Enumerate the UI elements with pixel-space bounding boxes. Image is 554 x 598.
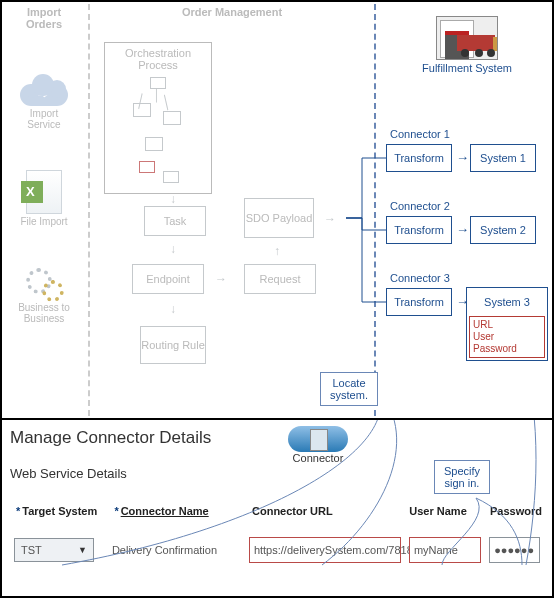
endpoint-box: Endpoint [132,264,204,294]
divider-1 [88,4,90,416]
col-connector-url: Connector URL [246,501,403,521]
b2b-icon: Business to Business [16,266,72,324]
connector-icon: Connector [280,426,356,464]
note-locate: Locate system. [320,372,378,406]
user-name-input[interactable]: myName [409,537,481,563]
table-row: TST ▼ Delivery Confirmation https://deli… [10,535,544,565]
sys3-password: Password [473,343,541,355]
connector-1-label: Connector 1 [390,128,450,140]
connector-2-label: Connector 2 [390,200,450,212]
routing-box: Routing Rule [140,326,206,364]
sys3-url: URL [473,319,541,331]
header-order-management: Order Management [162,6,302,18]
note-specify: Specify sign in. [434,460,490,494]
orchestration-process-box: Orchestration Process │ ╲ ╱ [104,42,212,194]
header-import-orders: Import Orders [14,6,74,30]
system-2: System 2 [470,216,536,244]
architecture-diagram: Import Orders Order Management ⇆ Import … [2,2,552,420]
col-connector-name[interactable]: Connector Name [121,505,209,517]
transform-1: Transform [386,144,452,172]
table-header: *Target System *Connector Name Connector… [10,501,544,521]
details-panel: Manage Connector Details Web Service Det… [2,420,552,596]
system-3-box: System 3 URL User Password [466,287,548,361]
chevron-down-icon: ▼ [78,545,87,555]
transform-3: Transform [386,288,452,316]
connector-3-label: Connector 3 [390,272,450,284]
sdo-box: SDO Payload [244,198,314,238]
target-system-value: TST [21,544,42,556]
system-1: System 1 [470,144,536,172]
col-password: Password [484,501,544,521]
connector-url-input[interactable]: https://deliverySystem.com/7818. [249,537,401,563]
system-3-label: System 3 [467,288,547,316]
col-user-name: User Name [403,501,484,521]
connector-name-value: Delivery Confirmation [108,542,245,558]
request-box: Request [244,264,316,294]
task-box: Task [144,206,206,236]
sys3-user: User [473,331,541,343]
file-import-icon: File Import [16,170,72,227]
divider-2 [374,4,376,416]
fulfillment-system-icon: Fulfillment System [420,16,514,74]
col-target: Target System [22,505,97,517]
import-service-icon: ⇆ Import Service [16,74,72,130]
page-title: Manage Connector Details [10,428,544,448]
transform-2: Transform [386,216,452,244]
orchestration-title: Orchestration Process [109,47,207,71]
target-system-select[interactable]: TST ▼ [14,538,94,562]
password-input[interactable]: ●●●●●● [489,537,540,563]
